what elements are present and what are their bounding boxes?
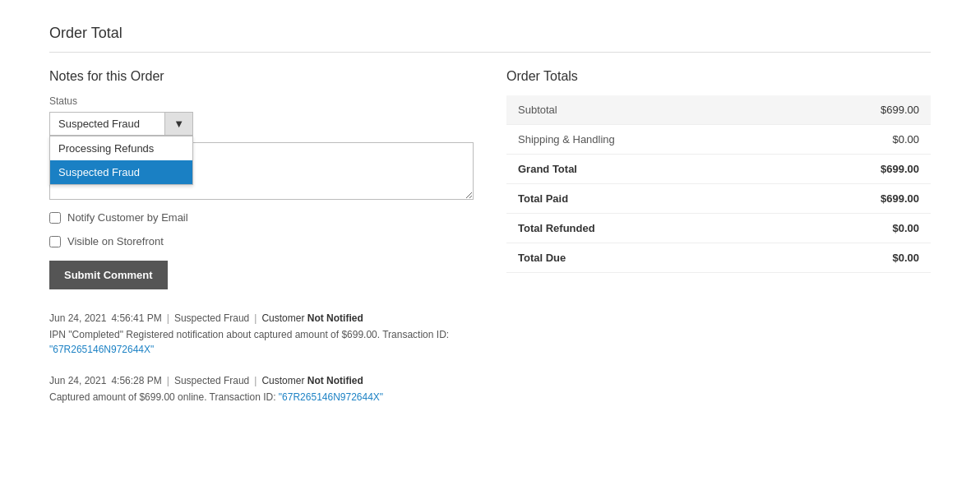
history-date-1: Jun 24, 2021	[49, 312, 106, 324]
history-text-1: IPN "Completed" Registered notification …	[49, 327, 474, 357]
notes-section-title: Notes for this Order	[49, 69, 474, 84]
visible-checkbox[interactable]	[49, 236, 61, 247]
totals-value-total-paid: $699.00	[881, 192, 919, 205]
notify-checkbox[interactable]	[49, 212, 61, 224]
history-sep-2b: |	[254, 375, 257, 386]
totals-row-shipping: Shipping & Handling $0.00	[506, 125, 931, 155]
history-notified-1: Customer Not Notified	[261, 312, 363, 324]
page-container: Order Total Notes for this Order Status …	[0, 0, 980, 447]
left-panel: Notes for this Order Status Suspected Fr…	[49, 69, 474, 423]
history-sep-2a: |	[167, 375, 169, 386]
totals-row-grand-total: Grand Total $699.00	[506, 155, 931, 184]
history-link-2[interactable]: "67R265146N972644X"	[279, 391, 383, 403]
dropdown-option-suspected-fraud[interactable]: Suspected Fraud	[50, 160, 192, 184]
dropdown-option-processing-refunds[interactable]: Processing Refunds	[50, 136, 192, 160]
history-status-1: Suspected Fraud	[174, 312, 249, 324]
order-totals-table: Subtotal $699.00 Shipping & Handling $0.…	[506, 95, 931, 273]
history-notified-2: Customer Not Notified	[261, 375, 363, 386]
totals-value-grand-total: $699.00	[881, 163, 919, 175]
history-link-1[interactable]: "67R265146N972644X"	[49, 344, 154, 355]
history-text-2: Captured amount of $699.00 online. Trans…	[49, 390, 474, 405]
status-select-display[interactable]: Suspected Fraud ▼	[49, 112, 193, 136]
totals-label-grand-total: Grand Total	[518, 163, 577, 175]
status-label: Status	[49, 95, 474, 107]
select-arrow-button[interactable]: ▼	[164, 113, 192, 135]
history-entry-1: Jun 24, 2021 4:56:41 PM | Suspected Frau…	[49, 312, 474, 357]
notify-label: Notify Customer by Email	[67, 211, 188, 224]
page-title: Order Total	[49, 25, 931, 53]
totals-label-shipping: Shipping & Handling	[518, 133, 615, 146]
totals-value-subtotal: $699.00	[881, 104, 919, 116]
totals-label-total-refunded: Total Refunded	[518, 222, 595, 234]
notify-checkbox-row: Notify Customer by Email	[49, 211, 474, 224]
history-entry-2: Jun 24, 2021 4:56:28 PM | Suspected Frau…	[49, 375, 474, 405]
history-time-2: 4:56:28 PM	[111, 375, 161, 386]
main-layout: Notes for this Order Status Suspected Fr…	[49, 69, 931, 423]
order-totals-title: Order Totals	[506, 69, 931, 84]
history-section: Jun 24, 2021 4:56:41 PM | Suspected Frau…	[49, 312, 474, 405]
totals-value-total-refunded: $0.00	[892, 222, 919, 234]
history-sep-1b: |	[254, 312, 257, 324]
right-panel: Order Totals Subtotal $699.00 Shipping &…	[506, 69, 931, 423]
status-dropdown-menu: Processing Refunds Suspected Fraud	[49, 136, 193, 185]
totals-row-total-refunded: Total Refunded $0.00	[506, 214, 931, 243]
status-select-wrapper: Suspected Fraud ▼ Processing Refunds Sus…	[49, 112, 193, 136]
select-current-value: Suspected Fraud	[50, 113, 164, 135]
chevron-down-icon: ▼	[173, 118, 184, 130]
history-sep-1a: |	[167, 312, 169, 324]
visible-checkbox-row: Visible on Storefront	[49, 235, 474, 247]
history-date-2: Jun 24, 2021	[49, 375, 106, 386]
totals-row-subtotal: Subtotal $699.00	[506, 95, 931, 125]
totals-label-subtotal: Subtotal	[518, 104, 557, 116]
history-meta-1: Jun 24, 2021 4:56:41 PM | Suspected Frau…	[49, 312, 474, 324]
totals-label-total-paid: Total Paid	[518, 192, 568, 205]
history-time-1: 4:56:41 PM	[111, 312, 161, 324]
totals-value-shipping: $0.00	[892, 133, 919, 146]
visible-label: Visible on Storefront	[67, 235, 164, 247]
history-status-2: Suspected Fraud	[174, 375, 249, 386]
history-meta-2: Jun 24, 2021 4:56:28 PM | Suspected Frau…	[49, 375, 474, 386]
totals-label-total-due: Total Due	[518, 252, 566, 264]
totals-row-total-paid: Total Paid $699.00	[506, 184, 931, 214]
totals-value-total-due: $0.00	[892, 252, 919, 264]
totals-row-total-due: Total Due $0.00	[506, 243, 931, 273]
submit-comment-button[interactable]: Submit Comment	[49, 261, 168, 289]
status-select-area: Suspected Fraud ▼ Processing Refunds Sus…	[49, 112, 474, 136]
